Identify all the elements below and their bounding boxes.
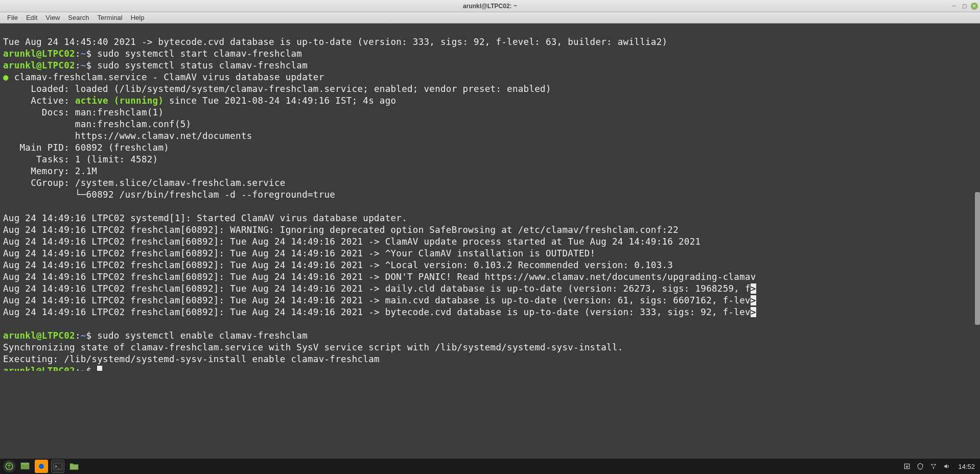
- log-line: Aug 24 14:49:16 LTPC02 freshclam[60892]:…: [3, 248, 595, 258]
- loaded-line: Loaded: loaded (/lib/systemd/system/clam…: [3, 84, 551, 94]
- command-text: sudo systemctl status clamav-freshclam: [91, 60, 308, 70]
- active-label: Active:: [3, 96, 75, 106]
- prompt-path: ~: [81, 60, 86, 70]
- menu-file[interactable]: File: [3, 13, 22, 22]
- maximize-button[interactable]: ▢: [961, 3, 968, 10]
- prompt-dollar: $: [86, 60, 92, 70]
- prompt-user: arunkl@LTPC02: [3, 366, 75, 371]
- network-tray-icon[interactable]: [929, 462, 938, 470]
- scrollbar[interactable]: [975, 192, 980, 325]
- menu-bar: File Edit View Search Terminal Help: [0, 12, 980, 23]
- docs-line: Docs: man:freshclam(1): [3, 107, 164, 117]
- prompt-dollar: $: [86, 330, 92, 341]
- prompt-colon: :: [75, 366, 81, 371]
- mainpid-line: Main PID: 60892 (freshclam): [3, 143, 169, 153]
- active-since: since Tue 2021-08-24 14:49:16 IST; 4s ag…: [164, 96, 396, 106]
- prompt-dollar: $: [86, 49, 92, 59]
- taskbar: >_ 14:52: [0, 459, 980, 474]
- command-text: sudo systemctl enable clamav-freshclam: [91, 330, 308, 341]
- memory-line: Memory: 2.1M: [3, 166, 97, 176]
- svg-point-4: [39, 464, 44, 469]
- minimize-button[interactable]: ─: [950, 3, 958, 10]
- prompt-colon: :: [75, 330, 81, 341]
- tasks-line: Tasks: 1 (limit: 4582): [3, 154, 158, 164]
- prompt-path: ~: [81, 366, 86, 371]
- close-button[interactable]: ✕: [971, 3, 978, 10]
- update-tray-icon[interactable]: [903, 462, 911, 470]
- cgroup-child: └─60892 /usr/bin/freshclam -d --foregrou…: [3, 189, 335, 200]
- menu-terminal[interactable]: Terminal: [94, 13, 127, 22]
- wrap-indicator: >: [751, 295, 756, 305]
- menu-edit[interactable]: Edit: [22, 13, 41, 22]
- taskbar-left: >_: [3, 460, 81, 473]
- window-titlebar: arunkl@LTPC02: ~ ─ ▢ ✕: [0, 0, 980, 12]
- window-title: arunkl@LTPC02: ~: [463, 3, 517, 10]
- terminal-app-icon[interactable]: >_: [51, 460, 64, 473]
- log-line: Aug 24 14:49:16 LTPC02 freshclam[60892]:…: [3, 260, 673, 270]
- cgroup-line: CGroup: /system.slice/clamav-freshclam.s…: [3, 178, 286, 188]
- log-line: Aug 24 14:49:16 LTPC02 freshclam[60892]:…: [3, 295, 751, 305]
- prompt-colon: :: [75, 49, 81, 59]
- shield-tray-icon[interactable]: [916, 462, 924, 470]
- log-line: Aug 24 14:49:16 LTPC02 freshclam[60892]:…: [3, 272, 756, 282]
- firefox-icon[interactable]: [35, 460, 48, 473]
- cursor-icon: [97, 366, 102, 371]
- log-line: Aug 24 14:49:16 LTPC02 systemd[1]: Start…: [3, 213, 407, 223]
- start-menu-icon[interactable]: [3, 460, 15, 472]
- prompt-path: ~: [81, 49, 86, 59]
- output-line: Tue Aug 24 14:45:40 2021 -> bytecode.cvd…: [3, 37, 667, 47]
- svg-rect-2: [21, 464, 30, 469]
- window-controls: ─ ▢ ✕: [950, 3, 978, 10]
- status-bullet-icon: ●: [3, 72, 9, 82]
- menu-search[interactable]: Search: [64, 13, 93, 22]
- log-line: Aug 24 14:49:16 LTPC02 freshclam[60892]:…: [3, 307, 751, 317]
- docs-line: man:freshclam.conf(5): [3, 119, 191, 129]
- prompt-user: arunkl@LTPC02: [3, 49, 75, 59]
- files-icon[interactable]: [18, 460, 32, 473]
- docs-line: https://www.clamav.net/documents: [3, 131, 252, 141]
- menu-help[interactable]: Help: [127, 13, 149, 22]
- svg-text:>_: >_: [55, 464, 60, 469]
- prompt-colon: :: [75, 60, 81, 70]
- command-text: sudo systemctl start clamav-freshclam: [91, 49, 302, 59]
- log-line: Aug 24 14:49:16 LTPC02 freshclam[60892]:…: [3, 283, 751, 294]
- terminal-output[interactable]: Tue Aug 24 14:45:40 2021 -> bytecode.cvd…: [0, 23, 980, 371]
- prompt-dollar: $: [86, 366, 92, 371]
- output-line: Executing: /lib/systemd/systemd-sysv-ins…: [3, 354, 380, 364]
- log-line: Aug 24 14:49:16 LTPC02 freshclam[60892]:…: [3, 225, 679, 235]
- taskbar-right: 14:52: [903, 462, 977, 470]
- prompt-path: ~: [81, 330, 86, 341]
- folder-icon[interactable]: [67, 460, 81, 473]
- wrap-indicator: >: [751, 283, 756, 294]
- output-line: Synchronizing state of clamav-freshclam.…: [3, 342, 623, 352]
- service-header: clamav-freshclam.service - ClamAV virus …: [9, 72, 324, 82]
- prompt-user: arunkl@LTPC02: [3, 60, 75, 70]
- prompt-user: arunkl@LTPC02: [3, 330, 75, 341]
- clock[interactable]: 14:52: [956, 463, 977, 470]
- volume-tray-icon[interactable]: [943, 462, 951, 470]
- menu-view[interactable]: View: [41, 13, 64, 22]
- wrap-indicator: >: [751, 307, 756, 317]
- active-status: active (running): [75, 96, 164, 106]
- log-line: Aug 24 14:49:16 LTPC02 freshclam[60892]:…: [3, 236, 701, 247]
